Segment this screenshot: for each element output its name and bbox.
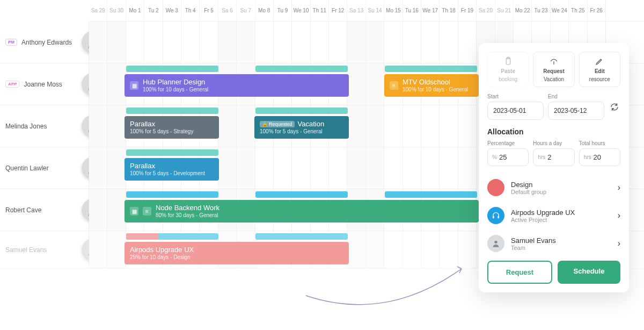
list-icon: ≡ (143, 207, 151, 216)
booking-sub: 100% for 5 days - Strategy (130, 128, 193, 135)
booking-bar-mtv[interactable]: ≡ MTV Oldschool 100% for 10 days - Gener… (384, 74, 479, 97)
booking-title: Parallax (130, 162, 205, 170)
booking-sub: 100% for 10 days - General (402, 87, 468, 93)
booking-title: Hub Planner Design (143, 78, 208, 87)
capacity-strip (126, 66, 218, 72)
booking-title: Parallax (130, 120, 193, 128)
request-vacation-button[interactable]: Request Vacation (533, 52, 574, 87)
pencil-icon (595, 56, 604, 66)
note-icon: ▦ (130, 207, 138, 216)
schedule-button[interactable]: Schedule (558, 261, 620, 284)
booking-bar-vacation[interactable]: 🔒 Requested Vacation 100% for 5 days - G… (254, 116, 349, 139)
booking-panel: Paste booking Request Vacation Edit reso… (479, 43, 629, 292)
panel-item-title: Samuel Evans (511, 236, 611, 245)
date-cell: Mo 8 (255, 0, 274, 21)
booking-bar-hub-planner[interactable]: ▦ Hub Planner Design 100% for 10 days - … (125, 74, 349, 97)
booking-bar-parallax[interactable]: Parallax 100% for 5 days - Strategy (125, 116, 219, 139)
panel-item-sub: Default group (511, 189, 611, 195)
panel-item-resource[interactable]: Samuel Evans Team › (487, 229, 620, 257)
hours-day-label: Hours a day (533, 140, 574, 146)
allocation-fields: Percentage % 25 Hours a day hrs 2 Total … (487, 140, 620, 166)
capacity-strip (255, 107, 348, 114)
booking-bar-node[interactable]: ▦ ≡ Node Backend Work 80% for 30 days - … (125, 200, 479, 223)
resource-tag: PM (5, 39, 17, 46)
total-hours-input[interactable]: hrs 20 (579, 148, 620, 166)
resource-name: Robert Cave (5, 206, 41, 214)
allocation-title: Allocation (487, 127, 620, 136)
capacity-strip (126, 233, 158, 240)
date-cell: Tu 16 (403, 0, 421, 21)
start-label: Start (487, 94, 544, 99)
paste-booking-button: Paste booking (487, 52, 529, 87)
panel-item-title: Design (511, 181, 611, 189)
list-icon: ≡ (390, 81, 398, 90)
total-hours-label: Total hours (579, 140, 620, 146)
date-cell: Fr 5 (200, 0, 218, 21)
date-cell: Th 4 (181, 0, 200, 21)
date-cell: Fr 26 (588, 0, 606, 21)
resource-side: APP Joanne Moss (0, 63, 89, 105)
date-cell: Th 11 (311, 0, 329, 21)
date-cell: Fr 19 (458, 0, 477, 21)
panel-item-title: Airpods Upgrade UX (511, 209, 611, 217)
hours-day-input[interactable]: hrs 2 (533, 148, 574, 166)
booking-bar-parallax-dev[interactable]: Parallax 100% for 5 days - Development (125, 158, 219, 181)
request-button[interactable]: Request (487, 261, 552, 284)
panel-item-project[interactable]: Airpods Upgrade UX Active Project › (487, 202, 620, 229)
lock-icon: 🔒 (262, 121, 268, 127)
date-cell: Sa 29 (89, 0, 107, 21)
end-label: End (548, 94, 604, 99)
end-date-input[interactable]: 2023-05-12 (548, 102, 604, 120)
date-cell: We 3 (163, 0, 181, 21)
booking-title: Vacation (298, 120, 325, 128)
date-cell: Su 21 (495, 0, 514, 21)
resource-side: Melinda Jones (0, 105, 89, 147)
resource-name: Melinda Jones (5, 123, 47, 130)
chevron-right-icon: › (618, 239, 620, 248)
edit-resource-button[interactable]: Edit resource (579, 52, 620, 87)
date-cell: Fr 12 (329, 0, 347, 21)
date-cell: Tu 9 (274, 0, 292, 21)
date-cell: Su 14 (366, 0, 384, 21)
capacity-strip (126, 107, 218, 114)
booking-sub: 100% for 5 days - General (260, 128, 324, 135)
booking-sub: 80% for 30 days - General (156, 212, 219, 219)
resource-side: Samuel Evans (0, 231, 89, 268)
booking-bar-airpods[interactable]: Airpods Upgrade UX 25% for 10 days - Des… (125, 242, 349, 264)
panel-actions: Paste booking Request Vacation Edit reso… (487, 52, 620, 87)
umbrella-icon (549, 56, 559, 66)
requested-badge: 🔒 Requested (260, 121, 295, 128)
resource-name: Samuel Evans (5, 246, 47, 254)
date-cell: Mo 15 (384, 0, 402, 21)
percentage-input[interactable]: % 25 (487, 148, 529, 166)
svg-point-10 (494, 241, 497, 243)
date-range: Start 2023-05-01 End 2023-05-12 (487, 94, 620, 120)
panel-buttons: Request Schedule (487, 261, 620, 284)
date-cell: Tu 2 (144, 0, 163, 21)
booking-title: MTV Oldschool (402, 78, 468, 87)
chevron-right-icon: › (618, 211, 620, 220)
sync-icon (610, 102, 619, 112)
svg-rect-9 (497, 216, 499, 219)
resource-tag: APP (5, 81, 19, 88)
sync-button[interactable] (609, 101, 620, 113)
panel-item-design[interactable]: Design Default group › (487, 174, 620, 202)
capacity-strip (255, 233, 348, 240)
capacity-strip (126, 149, 218, 156)
capacity-strip (255, 191, 348, 198)
avatar (487, 235, 504, 252)
resource-side: Robert Cave (0, 189, 89, 231)
resource-side: PM Anthony Edwards (0, 21, 89, 63)
date-cell: Tu 23 (532, 0, 550, 21)
date-cell: Mo 1 (126, 0, 144, 21)
capacity-strip (385, 191, 477, 198)
start-date-input[interactable]: 2023-05-01 (487, 102, 544, 120)
date-cell: Th 25 (569, 0, 587, 21)
date-cell: We 10 (292, 0, 310, 21)
date-cell: Th 18 (440, 0, 458, 21)
booking-title: Airpods Upgrade UX (130, 246, 194, 254)
capacity-strip (126, 191, 218, 198)
percentage-label: Percentage (487, 140, 529, 146)
date-cell: Su 30 (107, 0, 126, 21)
color-dot (487, 179, 504, 196)
